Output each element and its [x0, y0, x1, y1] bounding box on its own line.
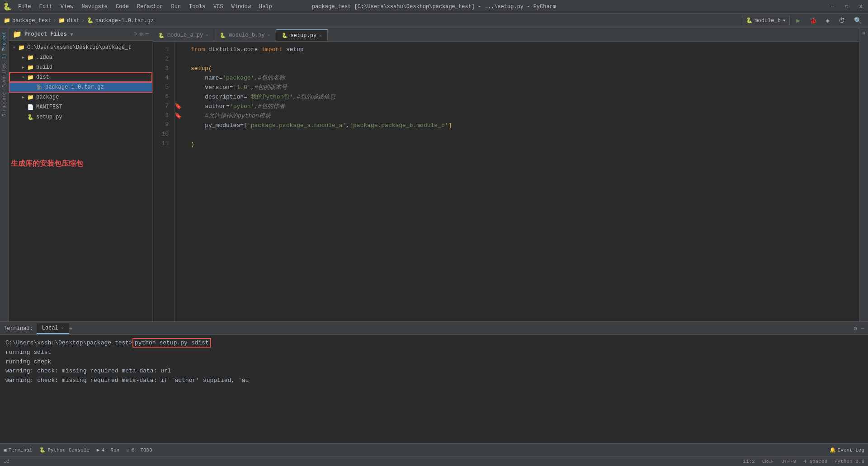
menu-run[interactable]: Run	[167, 3, 184, 11]
folder-icon: 📁	[27, 74, 34, 81]
indent[interactable]: 4 spaces	[803, 459, 827, 464]
tree-item-build[interactable]: ▶ 📁 build	[9, 62, 152, 72]
terminal-output-1: running sdist	[5, 348, 863, 358]
terminal-line-prompt: C:\Users\xsshu\Desktop\package_test>pyth…	[5, 339, 863, 348]
line-endings[interactable]: CRLF	[762, 459, 774, 464]
tool-todo[interactable]: ☑ 6: TODO	[123, 447, 156, 453]
search-everywhere-button[interactable]: 🔍	[851, 16, 864, 25]
menu-navigate[interactable]: Navigate	[78, 3, 111, 11]
menu-vcs[interactable]: VCS	[210, 3, 227, 11]
coverage-button[interactable]: ◈	[823, 16, 832, 25]
menu-file[interactable]: File	[14, 3, 35, 11]
tree-label-idea: .idea	[36, 54, 52, 61]
python-console-icon: 🐍	[39, 447, 46, 453]
breadcrumb-project[interactable]: package_test	[12, 18, 51, 24]
tree-label-package-gz: package-1.0.tar.gz	[45, 84, 104, 90]
terminal-output-3: warning: check: missing required meta-da…	[5, 367, 863, 376]
tab-module-a[interactable]: 🐍 module_a.py ✕	[153, 29, 214, 41]
panel-dropdown-icon[interactable]: ▾	[70, 30, 74, 39]
tab-py-icon-b: 🐍	[220, 33, 226, 38]
favorites-icon[interactable]: Favorites	[1, 61, 8, 89]
close-button[interactable]: ✕	[854, 2, 868, 11]
breadcrumb-dist[interactable]: dist	[67, 18, 80, 24]
tab-label-module-a: module_a.py	[167, 32, 203, 38]
tab-setup[interactable]: 🐍 setup.py ✕	[276, 29, 328, 41]
tab-close-setup[interactable]: ✕	[319, 33, 322, 38]
project-icon[interactable]: 1: Project	[1, 30, 8, 61]
code-line-9: py_modules=['package.package_a.module_a'…	[191, 121, 852, 131]
line-num-7: 7	[153, 102, 169, 111]
tree-item-manifest[interactable]: 📄 MANIFEST	[9, 102, 152, 112]
cursor-position[interactable]: 11:2	[743, 459, 755, 464]
add-terminal-button[interactable]: +	[69, 325, 73, 332]
tree-item-package[interactable]: ▶ 📁 package	[9, 92, 152, 102]
expand-arrow: ▾	[22, 75, 27, 80]
breadcrumb-file[interactable]: package-1.0.tar.gz	[95, 18, 154, 24]
terminal-content[interactable]: C:\Users\xsshu\Desktop\package_test>pyth…	[0, 335, 868, 443]
python-version[interactable]: Python 3.8	[835, 459, 864, 464]
folder-icon: 📁	[4, 17, 10, 24]
code-line-2	[191, 55, 852, 64]
settings-icon[interactable]: ⚙	[854, 325, 857, 332]
folder-icon: 📁	[27, 64, 34, 71]
folder-icon: 📁	[27, 54, 34, 61]
event-log-button[interactable]: 🔔 Event Log	[826, 447, 868, 453]
tab-close-module-a[interactable]: ✕	[206, 33, 208, 38]
tab-local[interactable]: Local ✕	[37, 323, 69, 334]
line-num-3: 3	[153, 64, 169, 74]
line-num-5: 5	[153, 83, 169, 92]
tree-item-package-gz[interactable]: 🗜 package-1.0.tar.gz	[9, 82, 152, 92]
profile-button[interactable]: ⏱	[836, 16, 848, 25]
tool-run[interactable]: ▶ 4: Run	[93, 447, 123, 453]
tool-python-console[interactable]: 🐍 Python Console	[36, 447, 93, 453]
event-log-label: Event Log	[838, 447, 864, 453]
code-line-3: setup(	[191, 64, 852, 74]
minimize-panel-icon[interactable]: ─	[861, 325, 864, 332]
code-content[interactable]: from distutils.core import setup setup( …	[184, 42, 859, 321]
structure-icon[interactable]: Structure	[1, 90, 8, 118]
collapse-icon[interactable]: ─	[146, 31, 149, 38]
menu-refactor[interactable]: Refactor	[133, 3, 167, 11]
menu-tools[interactable]: Tools	[185, 3, 209, 11]
file-tree: ▾ 📁 C:\Users\xsshu\Desktop\package_t ▶ 📁…	[9, 41, 152, 321]
run-config-icon: 🐍	[746, 17, 753, 24]
tool-todo-label: 6: TODO	[132, 447, 152, 453]
right-icon-1[interactable]: ≡	[860, 30, 868, 37]
breadcrumb-sep2: ›	[81, 18, 85, 24]
tab-label-module-b: module_b.py	[229, 32, 264, 38]
tool-terminal[interactable]: ▣ Terminal	[0, 447, 36, 453]
run-button[interactable]: ▶	[793, 16, 802, 25]
menu-help[interactable]: Help	[255, 3, 276, 11]
bottom-tools-right: 🔔 Event Log	[826, 447, 868, 453]
encoding[interactable]: UTF-8	[781, 459, 796, 464]
tree-item-idea[interactable]: ▶ 📁 .idea	[9, 52, 152, 62]
tool-run-label: 4: Run	[101, 447, 119, 453]
git-icon[interactable]: ⎇	[4, 458, 9, 464]
maximize-button[interactable]: ☐	[840, 2, 854, 11]
terminal-prompt: C:\Users\xsshu\Desktop\package_test	[5, 339, 129, 346]
tree-item-root[interactable]: ▾ 📁 C:\Users\xsshu\Desktop\package_t	[9, 42, 152, 52]
main-toolbar: 📁 package_test › 📁 dist › 🐍 package-1.0.…	[0, 14, 868, 28]
run-config-selector[interactable]: 🐍 module_b ▾	[742, 16, 790, 25]
menu-window[interactable]: Window	[228, 3, 255, 11]
tree-item-dist[interactable]: ▾ 📁 dist	[9, 72, 152, 82]
debug-button[interactable]: 🐞	[807, 16, 820, 25]
settings-icon[interactable]: ⚙	[140, 31, 143, 38]
tab-close-module-b[interactable]: ✕	[267, 33, 270, 38]
menu-edit[interactable]: Edit	[36, 3, 56, 11]
bottom-tab-list: Terminal: Local ✕ +	[4, 323, 73, 334]
menu-code[interactable]: Code	[112, 3, 132, 11]
tab-module-b[interactable]: 🐍 module_b.py ✕	[214, 29, 276, 41]
status-bar-left: ⎇	[4, 458, 9, 464]
code-editor[interactable]: 1 2 3 4 5 6 7 8 9 10 11 🔖 🔖	[153, 42, 859, 321]
folder-icon: 📁	[13, 30, 22, 39]
code-line-8: #允许操作的python模块	[191, 112, 852, 121]
run-config-label: module_b	[755, 18, 781, 24]
tree-item-setup-py[interactable]: 🐍 setup.py	[9, 112, 152, 122]
scope-icon[interactable]: ⊙	[133, 31, 137, 38]
minimize-button[interactable]: ─	[826, 2, 840, 11]
project-panel-title: Project Files	[24, 31, 67, 38]
menu-view[interactable]: View	[57, 3, 77, 11]
bottom-tools-left: ▣ Terminal 🐍 Python Console ▶ 4: Run ☑ 6…	[0, 447, 156, 453]
tab-local-close[interactable]: ✕	[61, 325, 64, 331]
